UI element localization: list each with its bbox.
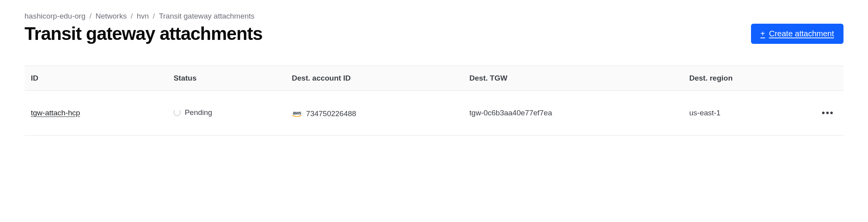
breadcrumb-separator: /: [89, 12, 91, 21]
dest-tgw-value: tgw-0c6b3aa40e77ef7ea: [463, 91, 683, 135]
create-attachment-button[interactable]: + Create attachment: [751, 24, 843, 44]
aws-icon: aws: [292, 111, 302, 117]
dest-account-value: 734750226488: [306, 109, 356, 118]
column-header-actions: [812, 66, 843, 91]
create-button-label: Create attachment: [769, 29, 834, 38]
breadcrumb-item-networks[interactable]: Networks: [95, 12, 126, 21]
page-title: Transit gateway attachments: [25, 23, 262, 44]
attachments-table: ID Status Dest. account ID Dest. TGW Des…: [25, 66, 843, 135]
breadcrumb-item-current: Transit gateway attachments: [159, 12, 255, 21]
status-label: Pending: [185, 108, 212, 117]
breadcrumb-separator: /: [153, 12, 155, 21]
column-header-status: Status: [167, 66, 285, 91]
spinner-icon: [174, 109, 181, 116]
more-icon: •••: [822, 107, 834, 118]
dest-region-value: us-east-1: [683, 91, 812, 135]
plus-icon: +: [760, 30, 765, 38]
column-header-dest-tgw: Dest. TGW: [463, 66, 683, 91]
page-header: Transit gateway attachments + Create att…: [25, 23, 843, 44]
breadcrumb: hashicorp-edu-org / Networks / hvn / Tra…: [25, 12, 843, 21]
column-header-dest-region: Dest. region: [683, 66, 812, 91]
breadcrumb-separator: /: [131, 12, 133, 21]
table-row: tgw-attach-hcp Pending aws 734750226488 …: [25, 91, 843, 135]
breadcrumb-item-hvn[interactable]: hvn: [137, 12, 149, 21]
status-cell: Pending: [174, 108, 212, 117]
column-header-dest-account: Dest. account ID: [285, 66, 463, 91]
breadcrumb-item-org[interactable]: hashicorp-edu-org: [25, 12, 85, 21]
row-actions-button[interactable]: •••: [819, 107, 837, 119]
dest-account-cell: aws 734750226488: [292, 109, 356, 118]
attachment-id-link[interactable]: tgw-attach-hcp: [31, 109, 80, 117]
column-header-id: ID: [25, 66, 167, 91]
